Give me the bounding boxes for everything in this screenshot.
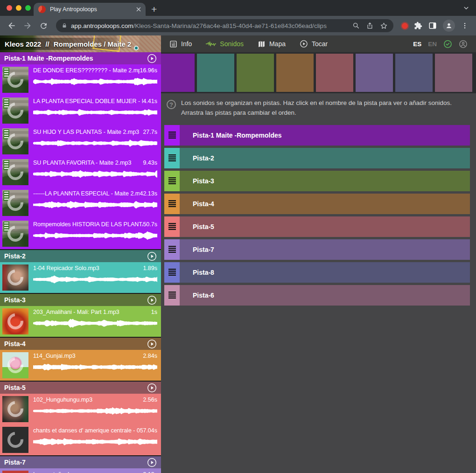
- clip-thumbnail[interactable]: [2, 190, 28, 216]
- forward-button[interactable]: [21, 19, 35, 33]
- drag-handle[interactable]: [164, 125, 180, 146]
- board-track-row[interactable]: Pista-6: [164, 285, 470, 306]
- clip-item[interactable]: 114_Gunjai.mp3 2.84s: [0, 350, 161, 381]
- board-track-name[interactable]: Pista-7: [180, 239, 470, 260]
- breadcrumb-session[interactable]: Rompemoldes / Maite 2: [54, 40, 132, 48]
- share-icon[interactable]: [366, 22, 373, 29]
- clip-thumbnail[interactable]: [2, 308, 28, 334]
- board-track-name[interactable]: Pista-4: [180, 194, 470, 214]
- waveform[interactable]: [33, 362, 157, 373]
- profile-avatar-icon[interactable]: [443, 20, 455, 32]
- language-es-button[interactable]: ES: [413, 41, 421, 48]
- tab-info[interactable]: Info: [169, 40, 192, 48]
- board-track-row[interactable]: Pista-8: [164, 262, 470, 283]
- clip-thumbnail[interactable]: [2, 67, 28, 93]
- minimize-window-button[interactable]: [16, 5, 21, 11]
- play-track-icon[interactable]: [147, 295, 157, 305]
- clip-thumbnail[interactable]: [2, 97, 28, 124]
- clip-item[interactable]: chants et danses d' amerique centrale - …: [0, 424, 161, 455]
- waveform[interactable]: [33, 138, 157, 149]
- tab-mapa[interactable]: Mapa: [258, 40, 286, 48]
- sidebar-track-header[interactable]: Pista-1 Maite -Rompemoldes: [0, 52, 161, 64]
- breadcrumb-project[interactable]: Kleos 2022: [5, 40, 41, 48]
- board-track-row[interactable]: Pista-5: [164, 216, 470, 237]
- clip-thumbnail[interactable]: [2, 352, 28, 378]
- clip-item[interactable]: LA PLANTA ESPECIAL DOBLE MUJER - Mai... …: [0, 95, 161, 126]
- waveform[interactable]: [33, 107, 157, 118]
- reload-button[interactable]: [36, 19, 50, 33]
- clip-thumbnail[interactable]: [2, 396, 28, 422]
- board-track-name[interactable]: Pista-5: [180, 216, 470, 237]
- lock-icon[interactable]: [62, 22, 67, 29]
- play-track-icon[interactable]: [147, 383, 157, 393]
- drag-handle[interactable]: [164, 285, 180, 306]
- board-track-name[interactable]: Pista-1 Maite -Rompemoldes: [180, 125, 470, 146]
- maximize-window-button[interactable]: [25, 5, 31, 11]
- browser-tab[interactable]: Play Antropoloops: [34, 3, 146, 16]
- waveform[interactable]: [33, 274, 157, 285]
- board-track-row[interactable]: Pista-2: [164, 148, 470, 168]
- account-circle-icon[interactable]: [459, 40, 468, 49]
- board-track-row[interactable]: Pista-3: [164, 171, 470, 191]
- address-bar[interactable]: app.antropoloops.com/Kleos-Santa-Marina/…: [56, 19, 393, 32]
- tab-close-icon[interactable]: [136, 7, 141, 12]
- browser-menu-icon[interactable]: [461, 22, 469, 29]
- clip-thumbnail[interactable]: [2, 159, 28, 185]
- clip-item[interactable]: ------LA PLANNTA ESPECIAL - Maite 2.mp3 …: [0, 188, 161, 218]
- waveform[interactable]: [33, 199, 157, 210]
- language-en-button[interactable]: EN: [428, 41, 437, 48]
- clip-item[interactable]: DE DONDE ERES???????? - Maite 2.mp3 16.9…: [0, 64, 161, 95]
- sidebar-track-header[interactable]: Pista-5: [0, 382, 161, 394]
- drag-handle[interactable]: [164, 239, 180, 260]
- clip-item[interactable]: 203_Amalihani - Mali: Part 1.mp3 1s: [0, 306, 161, 337]
- drag-handle[interactable]: [164, 194, 180, 214]
- project-map-banner[interactable]: Kleos 2022 // Rompemoldes / Maite 2: [0, 35, 161, 52]
- board-track-name[interactable]: Pista-8: [180, 262, 470, 283]
- tab-search-chevron-icon[interactable]: [462, 4, 470, 12]
- play-track-icon[interactable]: [147, 458, 157, 467]
- side-panel-icon[interactable]: [428, 21, 437, 30]
- drag-handle[interactable]: [164, 148, 180, 168]
- close-window-button[interactable]: [7, 5, 12, 11]
- waveform[interactable]: [33, 436, 157, 447]
- drag-handle[interactable]: [164, 216, 180, 237]
- play-track-icon[interactable]: [147, 339, 157, 349]
- board-track-row[interactable]: Pista-4: [164, 194, 470, 214]
- sidebar-track-header[interactable]: Pista-4: [0, 338, 161, 350]
- waveform[interactable]: [33, 168, 157, 180]
- search-icon[interactable]: [352, 22, 360, 29]
- extensions-puzzle-icon[interactable]: [414, 21, 422, 30]
- board-track-row[interactable]: Pista-1 Maite -Rompemoldes: [164, 125, 470, 146]
- sidebar-track-header[interactable]: Pista-2: [0, 250, 161, 262]
- board-track-name[interactable]: Pista-2: [180, 148, 470, 168]
- clip-thumbnail[interactable]: [2, 221, 28, 247]
- play-track-icon[interactable]: [147, 54, 157, 63]
- waveform[interactable]: [33, 76, 157, 87]
- sidebar-track-header[interactable]: Pista-7: [0, 456, 161, 468]
- board-track-row[interactable]: Pista-7: [164, 239, 470, 260]
- back-button[interactable]: [5, 19, 19, 33]
- clip-item[interactable]: SU PLANTA FAVORITA - Maite 2.mp3 9.43s: [0, 157, 161, 188]
- waveform[interactable]: [33, 405, 157, 417]
- clip-thumbnail[interactable]: [2, 264, 28, 291]
- clip-item[interactable]: SU HIJO Y LAS PLANTAS - Maite 2.mp3 27.7…: [0, 126, 161, 157]
- clip-item[interactable]: Las castañuelas 3.13s: [0, 468, 161, 473]
- clip-item[interactable]: 102_Hunguhungu.mp3 2.56s: [0, 394, 161, 424]
- clip-thumbnail[interactable]: [2, 128, 28, 154]
- tab-tocar[interactable]: Tocar: [300, 40, 328, 48]
- new-tab-button[interactable]: +: [151, 4, 157, 14]
- check-circle-icon[interactable]: [443, 40, 452, 49]
- clip-item[interactable]: Rompemoldes HISTORIA DE LAS PLANTAS... 5…: [0, 218, 161, 249]
- waveform[interactable]: [33, 230, 157, 241]
- clip-thumbnail[interactable]: [2, 471, 28, 473]
- clip-thumbnail[interactable]: [2, 427, 28, 453]
- drag-handle[interactable]: [164, 171, 180, 191]
- bookmark-star-icon[interactable]: [380, 22, 388, 30]
- clip-item[interactable]: 1-04 Repicador Solo.mp3 1.89s: [0, 262, 161, 293]
- drag-handle[interactable]: [164, 262, 180, 283]
- board-track-name[interactable]: Pista-6: [180, 285, 470, 306]
- tab-sonidos[interactable]: Sonidos: [206, 40, 244, 48]
- record-extension-icon[interactable]: [402, 23, 408, 29]
- play-track-icon[interactable]: [147, 251, 157, 261]
- board-track-name[interactable]: Pista-3: [180, 171, 470, 191]
